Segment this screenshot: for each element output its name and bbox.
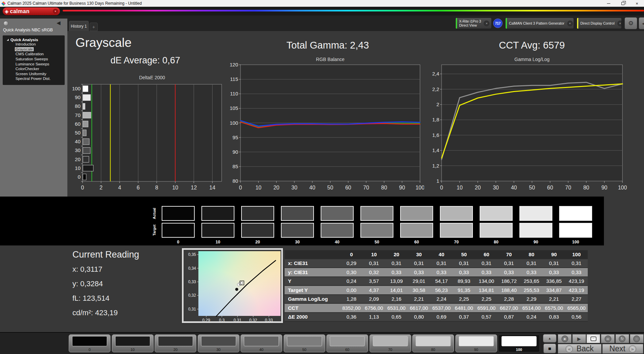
table-cell: 0,31 <box>543 260 565 266</box>
y-axis-tick-label: 1,8 <box>432 117 439 122</box>
sidebar-item-saturation-sweeps[interactable]: Saturation Sweeps <box>15 57 65 62</box>
pattern-level-button-60[interactable]: 60 <box>326 334 368 352</box>
pattern-level-button-100[interactable]: 100 <box>498 334 540 352</box>
sidebar-item-colorchecker[interactable]: ColorChecker <box>15 66 65 71</box>
table-cell: 2,21 <box>543 296 565 302</box>
pattern-level-button-30[interactable]: 30 <box>198 334 239 352</box>
sidebar-collapse-arrow[interactable]: ◀ <box>57 20 61 26</box>
x-axis-tick-label: 10 <box>457 185 463 190</box>
table-cell: 91,35 <box>453 287 475 293</box>
next-button[interactable]: Next» <box>602 344 643 354</box>
tree-root[interactable]: Quick Analysis <box>7 38 65 42</box>
back-button[interactable]: «Back <box>558 344 602 354</box>
y-axis-tick-label: 105 <box>230 105 238 111</box>
sidebar-item-screen-uniformity[interactable]: Screen Uniformity <box>15 71 65 77</box>
x-axis-tick-label: 50 <box>529 185 535 190</box>
toolbar: History 1 + X-Rite i1Pro 3Direct View ▼ … <box>0 16 644 31</box>
settings-button[interactable]: ⚙ <box>624 17 637 29</box>
target-swatch-50 <box>360 223 393 238</box>
pattern-level-button-80[interactable]: 80 <box>412 334 454 352</box>
x-axis-tick-label: 12 <box>191 185 197 190</box>
table-cell: 0,32 <box>363 269 385 275</box>
pattern-level-button-90[interactable]: 90 <box>455 334 497 352</box>
restore-button[interactable] <box>616 0 630 7</box>
pattern-level-label: 20 <box>155 348 196 352</box>
table-cell: 0,31 <box>520 260 543 266</box>
minimize-button[interactable] <box>602 0 616 7</box>
sidebar-item-grayscale[interactable]: Grayscale <box>15 47 65 52</box>
pattern-level-button-0[interactable]: 0 <box>69 334 110 352</box>
pattern-level-button-40[interactable]: 40 <box>240 334 282 352</box>
table-cell: 0,56 <box>565 314 588 320</box>
next-label: Next <box>609 344 625 353</box>
target-swatch-10 <box>201 223 234 238</box>
refresh-button[interactable]: ↻ <box>615 334 629 343</box>
table-cell: 4,37 <box>363 287 385 293</box>
play-icon: ▶ <box>577 336 581 342</box>
x-axis-tick-label: 0 <box>239 185 242 190</box>
pattern-generator-button[interactable]: CalMAN Client 3 Pattern Generator ▼ <box>505 18 574 29</box>
table-header-cell: 100 <box>565 252 588 257</box>
sidebar-item-label: Saturation Sweeps <box>15 57 49 61</box>
pattern-level-button-10[interactable]: 10 <box>112 334 154 352</box>
x-axis-tick-label: 30 <box>493 185 499 190</box>
table-row-label: Y <box>285 278 340 284</box>
x-axis-tick-label: 80 <box>381 185 387 190</box>
y-axis-tick-label: 95 <box>232 135 238 140</box>
table-cell: 2,16 <box>385 296 408 302</box>
table-header-cell: 0 <box>340 252 363 257</box>
tree-expander-icon[interactable] <box>7 39 9 41</box>
meter-reading-badge[interactable]: 717 <box>493 19 503 28</box>
x-axis-tick-label: 90 <box>601 185 607 190</box>
loop-button[interactable]: ∞ <box>601 334 615 343</box>
pattern-level-button-50[interactable]: 50 <box>284 334 325 352</box>
blank-button[interactable] <box>630 334 644 343</box>
current-reading-y: y: 0,3284 <box>72 279 103 288</box>
actual-swatch-50 <box>360 206 393 221</box>
table-cell: 2,25 <box>475 296 498 302</box>
table-cell: 0,80 <box>408 314 430 320</box>
table-cell: 255,53 <box>520 287 543 293</box>
chevron-down-icon[interactable]: ▼ <box>567 21 573 26</box>
sidebar-item-introduction[interactable]: Introduction <box>15 42 65 47</box>
table-cell: 6591,00 <box>475 305 498 311</box>
target-swatch-70 <box>440 223 473 238</box>
display-control-button[interactable]: Direct Display Control ▼ <box>577 18 622 29</box>
sidebar-item-luminance-sweeps[interactable]: Luminance Sweeps <box>15 61 65 66</box>
add-tab-button[interactable]: + <box>90 23 98 31</box>
target-swatch-60 <box>400 223 433 238</box>
meter-button[interactable]: X-Rite i1Pro 3Direct View ▼ <box>455 18 492 29</box>
y-axis-tick-label: 40 <box>75 139 80 144</box>
y-axis-tick-label: 80 <box>232 178 238 184</box>
table-cell: 0,31 <box>565 260 588 266</box>
table-cell: 0,57 <box>475 314 498 320</box>
slide-up-button[interactable]: ▲ <box>543 334 556 343</box>
pattern-window-button[interactable]: ·· <box>586 334 600 343</box>
table-cell: 0,31 <box>430 260 453 266</box>
table-cell: 0,36 <box>340 314 363 320</box>
table-cell: 0,33 <box>520 269 543 275</box>
chevron-down-icon[interactable]: ▼ <box>484 21 489 26</box>
play-button[interactable]: ▶ <box>572 334 586 343</box>
chevron-left-icon: ◀ <box>642 21 644 26</box>
window-pattern-button[interactable]: ■ <box>543 343 556 354</box>
refresh-icon: ↻ <box>619 335 625 342</box>
tab-history-1[interactable]: History 1 <box>69 21 89 31</box>
cie-x-tick-label: 0,29 <box>202 318 211 321</box>
table-header-cell: 30 <box>408 252 430 257</box>
table-cell: 0,65 <box>385 314 408 320</box>
calman-menu-button[interactable]: ◈ calman ▼ <box>3 7 60 15</box>
table-cell: 0,29 <box>340 260 363 266</box>
close-button[interactable]: × <box>630 0 644 7</box>
table-header-cell: 20 <box>385 252 408 257</box>
collapse-panel-button[interactable]: ◀ <box>639 17 644 29</box>
sidebar-item-spectral-power-dist-[interactable]: Spectral Power Dist. <box>15 76 65 81</box>
pattern-level-button-20[interactable]: 20 <box>155 334 196 352</box>
sidebar-item-cms-calibration[interactable]: CMS Calibration <box>15 52 65 57</box>
sidebar-orb-button[interactable] <box>3 21 8 26</box>
chevron-down-icon[interactable]: ▼ <box>617 21 622 26</box>
pattern-level-button-70[interactable]: 70 <box>369 334 411 352</box>
chevron-down-icon[interactable]: ▼ <box>53 9 58 14</box>
stop-button[interactable]: ■ <box>558 334 572 343</box>
measurement-table: 0102030405060708090100x: CIE310,290,310,… <box>285 250 588 322</box>
